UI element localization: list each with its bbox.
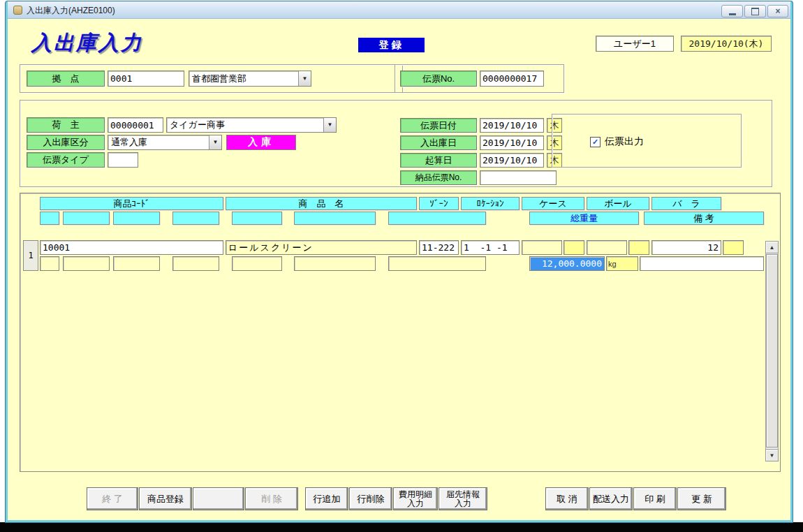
slip-no-input[interactable]: 0000000017: [480, 71, 544, 87]
scroll-down-button[interactable]: ▼: [765, 449, 779, 461]
category-label: 入出庫区分: [27, 135, 105, 150]
category-value: 通常入庫: [108, 136, 209, 149]
minimize-button[interactable]: [721, 5, 743, 17]
delete-row-button[interactable]: 行削除: [349, 487, 392, 510]
detail-cell[interactable]: [113, 256, 160, 271]
slip-no-label: 伝票No.: [400, 71, 477, 87]
shipper-label: 荷 主: [27, 117, 105, 133]
delivery-slip-label: 納品伝票No.: [400, 170, 477, 185]
titlebar[interactable]: [8, 1, 790, 19]
delete-button[interactable]: 削 除: [245, 487, 298, 510]
slip-date-input[interactable]: 2019/10/10: [480, 118, 544, 133]
chevron-down-icon: ▼: [327, 122, 333, 128]
shipper-name-combobox[interactable]: タイガー商事 ▼: [166, 117, 337, 133]
inbound-badge: 入庫: [226, 135, 296, 150]
col-header-location: ﾛｹｰｼｮﾝ: [461, 197, 520, 210]
checkbox-check-icon: ✓: [590, 137, 601, 147]
restore-icon: [751, 8, 759, 15]
cancel-button[interactable]: 取 消: [545, 487, 589, 510]
detail-cell[interactable]: [172, 256, 219, 271]
site-name-dropdown-button[interactable]: ▼: [298, 71, 311, 86]
window-title: 入出庫入力(AHZE0100): [27, 2, 115, 19]
total-weight-cell[interactable]: 12,000.0000: [529, 256, 605, 271]
mode-badge: 登録: [358, 38, 425, 52]
case-unit-cell[interactable]: [563, 240, 584, 255]
bara-unit-cell[interactable]: [723, 240, 744, 255]
chevron-down-icon: ▼: [302, 76, 308, 82]
print-button[interactable]: 印 刷: [633, 487, 677, 510]
category-dropdown-button[interactable]: ▼: [209, 135, 221, 149]
remarks-cell[interactable]: [640, 256, 764, 271]
delivery-input-button[interactable]: 配送入力: [589, 487, 633, 510]
ball-unit-cell[interactable]: [628, 240, 649, 255]
col-header-blank: [113, 212, 160, 225]
location-cell[interactable]: 1 -1 -1: [461, 240, 520, 255]
delivery-slip-input[interactable]: [480, 170, 557, 185]
category-combobox[interactable]: 通常入庫 ▼: [108, 135, 222, 150]
add-row-button[interactable]: 行追加: [305, 487, 348, 510]
exit-button[interactable]: 終 了: [87, 487, 138, 510]
scroll-down-icon: ▼: [769, 452, 775, 459]
col-header-item-code: 商品ｺｰﾄﾞ: [40, 197, 223, 210]
detail-cell[interactable]: [40, 256, 59, 271]
weight-unit-cell: kg: [606, 256, 638, 271]
col-header-blank: [63, 212, 110, 225]
base-date-input[interactable]: 2019/10/10: [480, 153, 544, 168]
inout-date-input[interactable]: 2019/10/10: [480, 135, 544, 150]
chevron-down-icon: ▼: [213, 140, 219, 145]
col-header-blank: [232, 212, 282, 225]
expense-detail-button[interactable]: 費用明細入力: [393, 487, 438, 510]
slip-type-label: 伝票タイプ: [27, 152, 105, 168]
scroll-up-button[interactable]: ▲: [765, 241, 779, 253]
slip-output-checkbox[interactable]: ✓ 伝票出力: [590, 135, 644, 148]
detail-cell[interactable]: [232, 256, 282, 271]
ball-qty-cell[interactable]: [587, 240, 627, 255]
site-name-value: 首都圏営業部: [189, 73, 298, 85]
scroll-thumb[interactable]: [766, 254, 778, 448]
zone-cell[interactable]: 11-222: [419, 240, 459, 255]
detail-cell[interactable]: [294, 256, 376, 271]
col-header-case: ケース: [522, 197, 584, 210]
grid-container: [20, 193, 781, 472]
col-header-ball: ボール: [587, 197, 649, 210]
col-header-blank: [388, 212, 486, 225]
app-icon: [13, 6, 22, 15]
col-header-item-name: 商 品 名: [226, 197, 417, 210]
destination-info-button[interactable]: 届先情報入力: [439, 487, 487, 510]
minimize-icon: [729, 13, 736, 15]
bara-qty-cell[interactable]: 12: [651, 240, 721, 255]
col-header-blank: [172, 212, 219, 225]
desktop-background: [0, 522, 803, 532]
site-name-combobox[interactable]: 首都圏営業部 ▼: [189, 71, 311, 87]
slip-type-input[interactable]: [108, 152, 138, 168]
close-icon: ×: [775, 6, 780, 16]
scroll-up-icon: ▲: [769, 244, 775, 251]
col-header-remarks: 備 考: [644, 212, 764, 225]
slip-date-label: 伝票日付: [400, 118, 477, 133]
site-label: 拠 点: [27, 71, 105, 87]
item-register-button[interactable]: 商品登録: [139, 487, 192, 510]
col-header-blank: [40, 212, 59, 225]
restore-button[interactable]: [744, 5, 766, 17]
col-header-zone: ｿﾞｰﾝ: [419, 197, 459, 210]
slip-output-label: 伝票出力: [605, 135, 644, 148]
shipper-dropdown-button[interactable]: ▼: [323, 118, 336, 132]
update-button[interactable]: 更 新: [677, 487, 726, 510]
base-date-label: 起算日: [400, 153, 477, 168]
col-header-total-weight: 総重量: [529, 212, 639, 225]
col-header-blank: [294, 212, 376, 225]
shipper-code-input[interactable]: 00000001: [108, 117, 163, 133]
date-display: 2019/10/10(木): [681, 36, 772, 52]
user-display: ユーザー1: [596, 36, 674, 52]
item-name-cell[interactable]: ロールスクリーン: [226, 240, 417, 255]
case-qty-cell[interactable]: [522, 240, 562, 255]
close-button[interactable]: ×: [767, 5, 788, 17]
detail-cell[interactable]: [388, 256, 486, 271]
col-header-bara: バ ラ: [651, 197, 721, 210]
detail-cell[interactable]: [63, 256, 110, 271]
item-code-cell[interactable]: 10001: [40, 240, 223, 255]
blank-button[interactable]: [193, 487, 244, 510]
site-code-input[interactable]: 0001: [108, 71, 184, 87]
row-header[interactable]: 1: [23, 240, 38, 271]
page-title: 入出庫入力: [31, 29, 143, 57]
